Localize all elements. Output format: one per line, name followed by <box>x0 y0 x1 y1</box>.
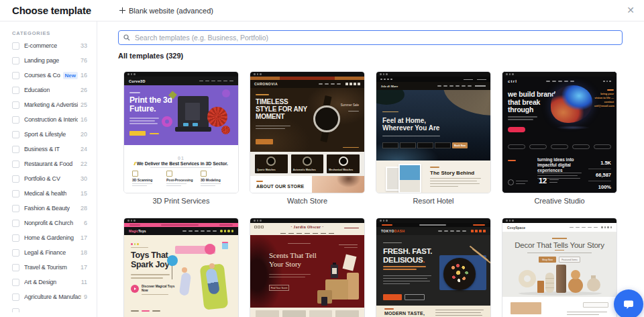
hero-section: Print the 3d Future. <box>124 85 238 145</box>
category-item[interactable]: Home & Gardening17 <box>0 230 97 245</box>
hero-section: Feel at Home, Wherever You Are Book Now <box>376 90 490 161</box>
category-item[interactable]: Marketing & Advertising25 <box>0 97 97 112</box>
template-card: CHRONOVIA TIMELESS STYLE FOR ANY MOMENT … <box>250 71 365 206</box>
template-card: MagicToys Toys That Spark Joy Discover M… <box>123 218 239 317</box>
site-logo: CHRONOVIA <box>254 82 278 86</box>
sphere-shape <box>222 89 230 97</box>
category-checkbox[interactable] <box>12 72 19 79</box>
category-checkbox[interactable] <box>12 57 19 64</box>
template-thumbnail-resort-hotel[interactable]: Isla di Mare Feel at Home, Wherever You … <box>376 71 491 193</box>
category-checkbox[interactable] <box>12 101 19 109</box>
category-item[interactable]: Agriculture & Manufacturing9 <box>0 289 97 304</box>
category-checkbox[interactable] <box>12 249 19 257</box>
category-checkbox[interactable] <box>12 205 19 212</box>
category-checkbox[interactable] <box>12 161 19 168</box>
abstract-blob-image <box>551 85 592 123</box>
browser-bar <box>502 72 616 77</box>
donut-vase <box>519 270 536 287</box>
category-count: 24 <box>78 146 87 152</box>
category-item[interactable]: E-commerce33 <box>0 38 97 53</box>
template-thumbnail-creative-studio[interactable]: ctrl we build brands that break through … <box>502 71 617 193</box>
category-item[interactable]: Education26 <box>0 83 97 97</box>
chat-button[interactable] <box>614 289 643 317</box>
category-checkbox[interactable] <box>12 175 19 183</box>
category-item[interactable]: Fashion & Beauty28 <box>0 201 97 216</box>
category-label: Business & IT <box>24 146 60 152</box>
template-thumbnail-perfume[interactable]: Jardin Obscur Scents That Tell Your Stor… <box>250 218 365 317</box>
category-checkbox[interactable] <box>12 87 19 94</box>
category-item[interactable]: Courses & CoachingNew16 <box>0 68 97 83</box>
beach-photo <box>398 164 421 193</box>
hero-headline: Scents That Tell Your Story <box>269 251 328 268</box>
category-checkbox[interactable] <box>12 234 19 242</box>
template-card: ctrl we build brands that break through … <box>502 71 617 206</box>
torus-shape <box>162 116 172 127</box>
watch-image <box>313 105 340 132</box>
social-icons <box>603 81 611 83</box>
hero-section: FRESH. FAST.DELISIOUS. <box>376 235 490 306</box>
category-checkbox[interactable] <box>12 264 19 271</box>
hero-headline: Feel at Home, Wherever You Are <box>382 117 458 132</box>
category-label: Agriculture & Manufacturing <box>24 293 81 300</box>
category-count: 76 <box>78 57 87 64</box>
hero-headline: Decor That Tells Your Story <box>504 241 614 249</box>
category-item[interactable]: Sport & Lifestyle20 <box>0 127 97 142</box>
about-section: MODERN TASTE, <box>376 306 490 317</box>
category-checkbox[interactable] <box>12 190 19 197</box>
category-item[interactable]: Landing page76 <box>0 53 97 68</box>
search-input[interactable] <box>133 33 617 42</box>
category-label: Education <box>24 87 50 93</box>
category-label: Landing page <box>24 57 59 64</box>
category-label: Restaurant & Food <box>24 161 72 167</box>
site-logo: Curve3D <box>129 79 146 83</box>
template-grid: Curve3D Print the 3d Future. <box>123 71 617 317</box>
category-checkbox[interactable] <box>12 146 19 153</box>
search-bar[interactable] <box>118 30 623 45</box>
sale-label: Summer Sale <box>341 103 359 107</box>
ceramic-vases-image <box>502 262 616 297</box>
category-item-partial[interactable] <box>0 304 97 312</box>
about-section: ABOUT OUR STORE <box>250 176 364 193</box>
story-section: The Story Behind <box>376 161 490 193</box>
category-count: 16 <box>78 116 87 123</box>
close-icon[interactable]: ✕ <box>624 3 637 17</box>
watch-thumb <box>266 156 276 166</box>
modeling-icon <box>201 171 207 177</box>
category-count: 16 <box>78 72 87 79</box>
site-logo: Isla di Mare <box>381 85 398 88</box>
category-item[interactable]: Business & IT24 <box>0 142 97 156</box>
template-thumbnail-watch-store[interactable]: CHRONOVIA TIMELESS STYLE FOR ANY MOMENT … <box>250 71 365 193</box>
category-count: 28 <box>78 205 87 212</box>
category-item[interactable]: Art & Design11 <box>0 275 97 289</box>
category-item[interactable]: Construction & Interior16 <box>0 112 97 127</box>
category-count: 30 <box>78 175 87 182</box>
template-thumbnail-decor[interactable]: CosySpace Decor That Tells Your Story Sh… <box>502 218 617 317</box>
gourd-vase <box>568 278 583 293</box>
category-checkbox[interactable] <box>12 279 19 286</box>
category-checkbox[interactable] <box>12 131 19 138</box>
stat-value: 1.5K <box>600 160 611 166</box>
category-checkbox[interactable] <box>12 293 19 301</box>
template-thumbnail-3d-print[interactable]: Curve3D Print the 3d Future. <box>123 71 239 193</box>
category-item[interactable]: Medical & health15 <box>0 186 97 201</box>
template-thumbnail-toys[interactable]: MagicToys Toys That Spark Joy Discover M… <box>123 218 239 317</box>
contact-note: bring your vision to life — contact ctrl… <box>594 89 614 108</box>
category-checkbox[interactable] <box>12 116 19 124</box>
pink-circle-shape <box>205 244 215 255</box>
category-item[interactable]: Travel & Tourism17 <box>0 260 97 275</box>
category-item[interactable]: Nonprofit & Church6 <box>0 216 97 230</box>
template-thumbnail-sushi[interactable]: TOKYODASH FRESH. FAST.DELISIOUS. <box>376 218 491 317</box>
category-checkbox[interactable] <box>12 308 19 313</box>
blank-website-button[interactable]: Blank website (advanced) <box>119 0 213 21</box>
category-item[interactable]: Restaurant & Food22 <box>0 156 97 171</box>
category-count: 18 <box>78 249 87 256</box>
category-label: Travel & Tourism <box>24 264 67 271</box>
category-item[interactable]: Legal & Finance18 <box>0 245 97 260</box>
hero-section: Toys That Spark Joy Discover Magical Toy… <box>124 235 238 317</box>
sort-dropdown <box>583 302 608 308</box>
category-item[interactable]: Portfolio & CV30 <box>0 171 97 186</box>
hero-section: Decor That Tells Your Story Shop Now Fea… <box>502 232 616 297</box>
category-checkbox[interactable] <box>12 42 19 50</box>
category-checkbox[interactable] <box>12 220 19 227</box>
category-label: Sport & Lifestyle <box>24 131 66 138</box>
